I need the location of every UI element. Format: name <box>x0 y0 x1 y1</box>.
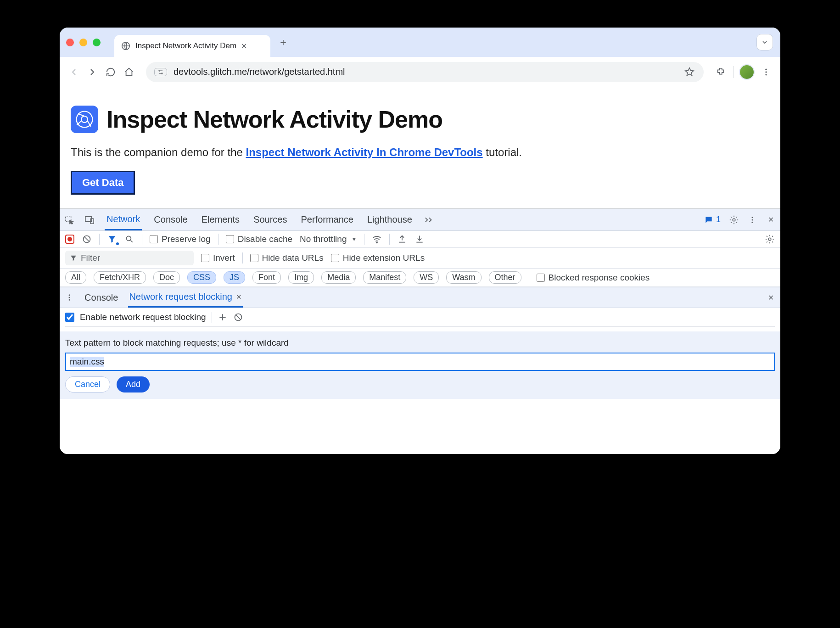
invert-checkbox[interactable]: Invert <box>201 253 235 263</box>
svg-point-16 <box>126 236 131 241</box>
window-maximize-button[interactable] <box>93 39 101 46</box>
pattern-input[interactable] <box>65 353 775 371</box>
issues-badge[interactable]: 1 <box>704 215 721 224</box>
blocked-response-cookies-checkbox[interactable]: Blocked response cookies <box>537 273 650 283</box>
issues-count: 1 <box>716 215 721 224</box>
kebab-menu-icon[interactable] <box>747 215 757 225</box>
new-tab-button[interactable]: ＋ <box>275 34 291 50</box>
search-icon[interactable] <box>124 234 134 244</box>
svg-point-4 <box>765 71 767 73</box>
more-tabs-icon[interactable] <box>424 215 434 225</box>
throttling-select[interactable]: No throttling ▼ <box>300 234 357 244</box>
drawer-empty-area <box>60 399 780 454</box>
tab-network[interactable]: Network <box>105 209 142 230</box>
drawer-tab-network-request-blocking[interactable]: Network request blocking ✕ <box>128 287 243 308</box>
pattern-panel: Text pattern to block matching requests;… <box>60 331 780 399</box>
tab-close-icon[interactable]: ✕ <box>241 42 247 50</box>
clear-icon[interactable] <box>82 234 92 244</box>
drawer-tabs: Console Network request blocking ✕ ✕ <box>60 287 780 308</box>
upload-har-icon[interactable] <box>397 234 407 244</box>
drawer-close-icon[interactable]: ✕ <box>766 292 776 303</box>
enable-blocking-checkbox[interactable] <box>65 313 74 322</box>
inspect-element-icon[interactable] <box>64 215 74 225</box>
type-pill-js[interactable]: JS <box>224 271 245 284</box>
disable-cache-checkbox[interactable]: Disable cache <box>226 234 292 244</box>
drawer-menu-icon[interactable] <box>64 292 74 303</box>
enable-blocking-label: Enable network request blocking <box>80 312 206 322</box>
divider <box>242 252 243 264</box>
desc-suffix: tutorial. <box>483 146 522 158</box>
type-pill-media[interactable]: Media <box>321 271 356 284</box>
divider <box>99 234 100 245</box>
forward-icon[interactable] <box>86 66 98 78</box>
window-close-button[interactable] <box>66 39 74 46</box>
svg-point-12 <box>752 217 753 218</box>
desc-prefix: This is the companion demo for the <box>71 146 246 158</box>
tab-sources[interactable]: Sources <box>252 210 289 230</box>
browser-tab[interactable]: Inspect Network Activity Dem ✕ <box>114 35 270 57</box>
enable-blocking-row: Enable network request blocking <box>65 312 775 327</box>
type-pill-wasm[interactable]: Wasm <box>446 271 481 284</box>
divider <box>142 234 142 245</box>
site-info-icon[interactable] <box>154 68 167 76</box>
home-icon[interactable] <box>123 66 135 78</box>
drawer-tab-close-icon[interactable]: ✕ <box>236 293 242 301</box>
remove-all-patterns-icon[interactable] <box>233 312 243 322</box>
settings-gear-icon[interactable] <box>729 215 739 225</box>
tab-elements[interactable]: Elements <box>200 210 241 230</box>
network-conditions-icon[interactable] <box>372 234 382 244</box>
svg-point-3 <box>765 68 767 70</box>
tabs-dropdown-button[interactable] <box>756 34 773 50</box>
svg-point-20 <box>69 297 70 298</box>
window-minimize-button[interactable] <box>79 39 87 46</box>
record-button[interactable] <box>65 235 74 244</box>
drawer-tab-console[interactable]: Console <box>84 288 119 307</box>
filter-icon[interactable] <box>107 234 117 244</box>
drawer-body: Enable network request blocking <box>60 308 780 331</box>
browser-toolbar: devtools.glitch.me/network/getstarted.ht… <box>60 57 780 87</box>
download-har-icon[interactable] <box>414 234 425 244</box>
type-pill-ws[interactable]: WS <box>414 271 439 284</box>
tab-console[interactable]: Console <box>152 210 189 230</box>
network-settings-gear-icon[interactable] <box>765 234 775 244</box>
chrome-logo-icon <box>71 106 98 133</box>
filter-input[interactable]: Filter <box>65 251 194 265</box>
type-pill-all[interactable]: All <box>65 271 86 284</box>
get-data-button[interactable]: Get Data <box>71 171 135 195</box>
type-pill-fetch-xhr[interactable]: Fetch/XHR <box>94 271 146 284</box>
add-button[interactable]: Add <box>117 376 150 392</box>
preserve-log-checkbox[interactable]: Preserve log <box>150 234 211 244</box>
page-description: This is the companion demo for the Inspe… <box>71 146 769 159</box>
hide-data-urls-checkbox[interactable]: Hide data URLs <box>250 253 324 263</box>
svg-point-5 <box>765 74 767 75</box>
add-pattern-icon[interactable] <box>218 312 228 322</box>
back-icon[interactable] <box>68 66 80 78</box>
hide-extension-urls-checkbox[interactable]: Hide extension URLs <box>331 253 425 263</box>
profile-avatar[interactable] <box>740 65 754 79</box>
extensions-icon[interactable] <box>715 66 727 78</box>
menu-icon[interactable] <box>760 66 772 78</box>
cancel-button[interactable]: Cancel <box>65 376 110 392</box>
type-pill-font[interactable]: Font <box>252 271 281 284</box>
toolbar-divider <box>733 66 734 78</box>
type-pill-other[interactable]: Other <box>489 271 521 284</box>
funnel-icon <box>70 254 77 262</box>
tab-performance[interactable]: Performance <box>299 210 356 230</box>
address-bar[interactable]: devtools.glitch.me/network/getstarted.ht… <box>146 62 704 82</box>
type-pill-css[interactable]: CSS <box>187 271 216 284</box>
close-devtools-icon[interactable]: ✕ <box>766 215 776 225</box>
svg-point-17 <box>376 242 377 243</box>
type-pill-img[interactable]: Img <box>288 271 314 284</box>
divider <box>364 234 364 245</box>
divider <box>212 312 212 323</box>
svg-point-1 <box>159 70 160 71</box>
type-pill-manifest[interactable]: Manifest <box>363 271 406 284</box>
tab-lighthouse[interactable]: Lighthouse <box>365 210 414 230</box>
network-toolbar-row-1: Preserve log Disable cache No throttling… <box>60 231 780 248</box>
svg-point-19 <box>69 294 70 296</box>
device-toggle-icon[interactable] <box>84 215 95 225</box>
type-pill-doc[interactable]: Doc <box>153 271 180 284</box>
reload-icon[interactable] <box>105 66 117 78</box>
star-icon[interactable] <box>683 66 695 78</box>
tutorial-link[interactable]: Inspect Network Activity In Chrome DevTo… <box>246 146 483 158</box>
